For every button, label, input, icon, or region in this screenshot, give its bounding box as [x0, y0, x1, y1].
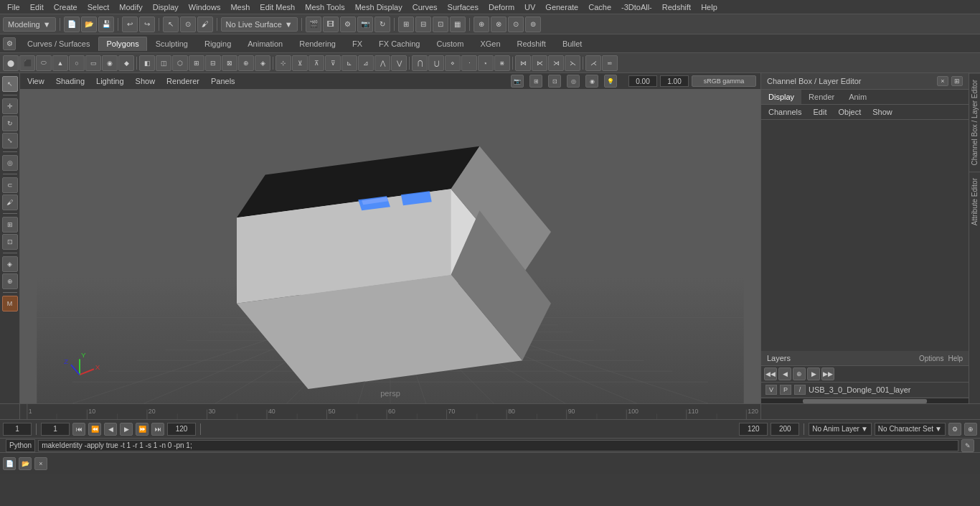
menu-deform[interactable]: Deform — [484, 1, 519, 13]
tab-rigging[interactable]: Rigging — [197, 37, 239, 51]
extrude-icon[interactable]: ⊹ — [275, 55, 291, 71]
vp-light-btn[interactable]: 💡 — [604, 75, 617, 88]
face-icon[interactable]: ◧ — [139, 55, 155, 71]
extra-btn-1[interactable]: ⊕ — [473, 17, 489, 32]
menu-uv[interactable]: UV — [520, 1, 540, 13]
menu-windows[interactable]: Windows — [184, 1, 225, 13]
scene-canvas[interactable]: X Y Z — [20, 89, 760, 403]
viewport-menu-view[interactable]: View — [24, 75, 47, 87]
render-button[interactable]: 🎬 — [306, 17, 321, 32]
remesh-icon[interactable]: ◈ — [255, 55, 270, 71]
cb-tab-anim[interactable]: Anim — [842, 90, 874, 104]
viewport-zoom-input2[interactable] — [660, 75, 689, 87]
menu-select[interactable]: Select — [83, 1, 114, 13]
toggle-ui-1[interactable]: ⊞ — [398, 17, 414, 32]
max-frame-input[interactable] — [771, 423, 799, 436]
smooth-icon[interactable]: ⬡ — [172, 55, 188, 71]
redo-button[interactable]: ↪ — [139, 17, 155, 32]
cylinder-icon[interactable]: ⬭ — [36, 55, 52, 71]
booleans-icon[interactable]: ⊕ — [238, 55, 254, 71]
channel-box-close-button[interactable]: × — [937, 76, 948, 86]
vp-shaded-btn[interactable]: ◉ — [585, 75, 598, 88]
separate-icon[interactable]: ⊟ — [205, 55, 221, 71]
extra-btn-3[interactable]: ⊙ — [508, 17, 524, 32]
mirror-icon[interactable]: ◫ — [156, 55, 171, 71]
viewport-zoom-input[interactable] — [628, 75, 657, 87]
insert-edge-icon[interactable]: ⋃ — [428, 55, 444, 71]
lasso-select[interactable]: ⊙ — [180, 17, 196, 32]
layer-prev-btn[interactable]: ◀◀ — [764, 367, 777, 380]
flip-icon[interactable]: ⋈ — [515, 55, 531, 71]
render-settings[interactable]: ⚙ — [340, 17, 356, 32]
paint-weights-icon[interactable]: ⋌ — [585, 55, 601, 71]
tab-custom[interactable]: Custom — [429, 37, 472, 51]
menu-edit-mesh[interactable]: Edit Mesh — [255, 1, 299, 13]
open-scene-bottom-btn[interactable]: 📂 — [19, 457, 32, 470]
show-isolate-button[interactable]: ◈ — [2, 256, 18, 272]
playback-extra-btn[interactable]: ⊕ — [964, 423, 977, 436]
menu-3dto[interactable]: -3DtoAll- — [617, 1, 656, 13]
skip-end-button[interactable]: ⏭ — [151, 423, 164, 436]
select-mode-button[interactable]: ↖ — [2, 76, 18, 92]
target-weld-icon[interactable]: ⋇ — [494, 55, 510, 71]
detach-icon[interactable]: ⋀ — [374, 55, 390, 71]
channel-box-float-button[interactable]: ⊞ — [951, 76, 963, 86]
snap-curve-button[interactable]: ⊡ — [2, 234, 18, 250]
bevel-icon[interactable]: ⋂ — [412, 55, 428, 71]
menu-modify[interactable]: Modify — [115, 1, 146, 13]
torus-icon[interactable]: ○ — [69, 55, 85, 71]
vp-smooth-btn[interactable]: ◎ — [567, 75, 580, 88]
layer-playback-toggle[interactable]: P — [780, 385, 791, 395]
tab-fx-caching[interactable]: FX Caching — [371, 37, 428, 51]
layers-menu-help[interactable]: Help — [948, 355, 963, 362]
tab-xgen[interactable]: XGen — [472, 37, 508, 51]
new-file-button[interactable]: 📄 — [64, 17, 80, 32]
rotate-tool-button[interactable]: ↻ — [2, 116, 18, 131]
toggle-ui-3[interactable]: ⊡ — [433, 17, 448, 32]
extra-btn-2[interactable]: ⊗ — [491, 17, 507, 32]
toggle-ui-4[interactable]: ▦ — [450, 17, 466, 32]
script-result-btn[interactable]: ✎ — [961, 439, 974, 452]
cone-icon[interactable]: ▲ — [52, 55, 68, 71]
close-bottom-btn[interactable]: × — [34, 457, 47, 470]
offset-edge-icon[interactable]: ⋄ — [445, 55, 461, 71]
turntable-button[interactable]: ↻ — [374, 17, 390, 32]
menu-mesh[interactable]: Mesh — [226, 1, 254, 13]
combine-icon[interactable]: ⊞ — [189, 55, 204, 71]
bridge-icon[interactable]: ⊻ — [292, 55, 308, 71]
playback-settings-btn[interactable]: ⚙ — [948, 423, 961, 436]
lasso-tool-button[interactable]: ⊂ — [2, 177, 18, 193]
platonic-icon[interactable]: ◆ — [118, 55, 134, 71]
render-seq-button[interactable]: 🎞 — [323, 17, 339, 32]
vp-camera-btn[interactable]: 📷 — [511, 75, 524, 88]
skip-start-button[interactable]: ⏮ — [72, 423, 85, 436]
layer-visibility-toggle[interactable]: V — [765, 385, 777, 395]
deform-icon[interactable]: ⋍ — [602, 55, 618, 71]
layer-next2-btn[interactable]: ▶▶ — [821, 367, 834, 380]
scripting-mode-dropdown[interactable]: Python — [6, 439, 35, 452]
cb-menu-show[interactable]: Show — [868, 106, 897, 118]
play-back-button[interactable]: ◀ — [104, 423, 117, 436]
menu-mesh-tools[interactable]: Mesh Tools — [301, 1, 349, 13]
tab-fx[interactable]: FX — [344, 37, 370, 51]
menu-file[interactable]: File — [3, 1, 24, 13]
layers-menu-options[interactable]: Options — [919, 355, 943, 362]
menu-edit[interactable]: Edit — [26, 1, 48, 13]
tab-redshift[interactable]: Redshift — [509, 37, 554, 51]
plane-icon[interactable]: ▭ — [85, 55, 101, 71]
layer-scrollbar[interactable] — [761, 398, 969, 403]
menu-create[interactable]: Create — [50, 1, 82, 13]
end-frame-input[interactable] — [739, 423, 768, 436]
multi-cut-icon[interactable]: ⋆ — [478, 55, 494, 71]
select-tool[interactable]: ↖ — [163, 17, 179, 32]
live-surface-dropdown[interactable]: No Live Surface ▼ — [221, 17, 298, 32]
viewport-menu-show[interactable]: Show — [133, 75, 159, 87]
menu-generate[interactable]: Generate — [541, 1, 583, 13]
disc-icon[interactable]: ◉ — [102, 55, 118, 71]
layer-prev2-btn[interactable]: ◀ — [778, 367, 791, 380]
tab-rendering[interactable]: Rendering — [291, 37, 344, 51]
viewport-menu-lighting[interactable]: Lighting — [93, 75, 127, 87]
vp-grid-btn[interactable]: ⊞ — [529, 75, 542, 88]
snapshot-button[interactable]: 📷 — [357, 17, 373, 32]
viewport[interactable]: View Shading Lighting Show Renderer Pane… — [20, 73, 760, 403]
